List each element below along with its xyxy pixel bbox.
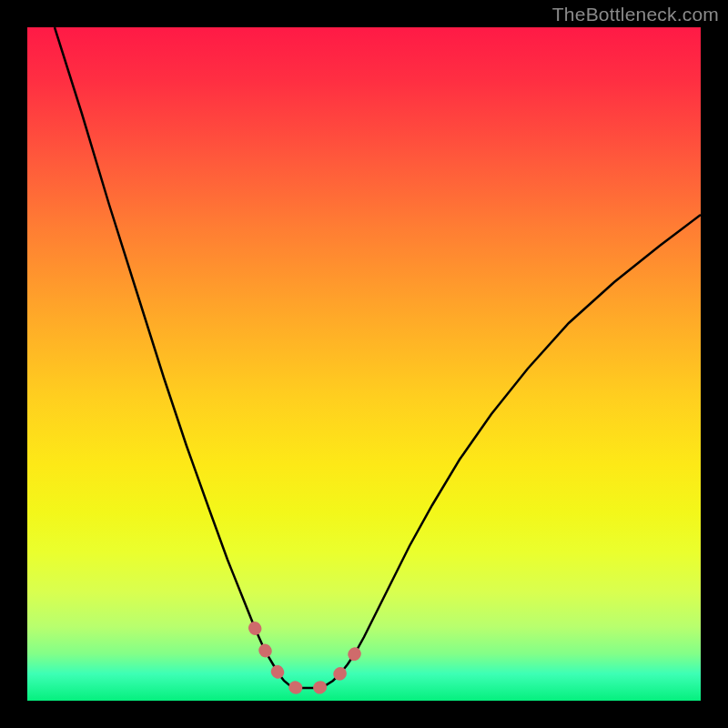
plot-area xyxy=(27,27,701,701)
watermark-text: TheBottleneck.com xyxy=(552,4,719,25)
chart-frame: TheBottleneck.com xyxy=(0,0,728,728)
highlight-segment-path xyxy=(255,628,364,688)
curve-svg xyxy=(27,27,701,701)
main-curve-path xyxy=(55,27,701,688)
